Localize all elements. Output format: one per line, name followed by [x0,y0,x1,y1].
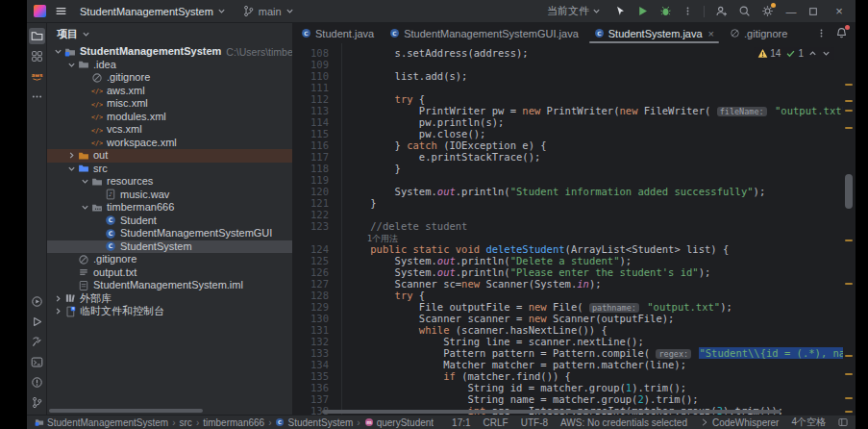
tree-item--idea[interactable]: .idea [47,59,292,72]
code-token: new [619,105,637,116]
status-17-1[interactable]: 17:1 [452,417,470,428]
code-with-me-icon[interactable] [715,5,728,17]
activity-run-icon[interactable] [29,314,45,330]
breadcrumb-querystudent[interactable]: mqueryStudent [364,417,434,428]
chevron-down-icon[interactable] [80,177,90,186]
tree-item-out[interactable]: out [47,149,292,163]
tree-item-src[interactable]: src [47,163,292,176]
breadcrumb-label: StudentSystem [287,417,353,428]
chevron-down-icon[interactable] [53,47,63,56]
tree-item--[interactable]: 9临时文件和控制台 [47,305,292,318]
scrollbar-thumb[interactable] [845,174,853,209]
tree-item--[interactable]: 外部库 [47,292,292,306]
chevron-down-icon[interactable] [66,164,77,173]
run-configuration-select[interactable]: 当前文件 [543,2,605,20]
tree-item-label: workspace.xml [107,137,177,149]
editor-vertical-scrollbar[interactable] [843,43,856,415]
chevron-right-icon[interactable] [53,294,63,303]
line-number: 123 [293,220,341,232]
project-icon [35,417,44,427]
layout-settings-icon[interactable] [838,417,848,427]
settings-button[interactable] [761,5,774,17]
activity-problems-icon[interactable] [29,374,45,391]
activity-aws-icon[interactable]: aws [29,68,45,85]
minimize-button[interactable]: — [784,6,798,17]
tree-item-misc-xml[interactable]: </>misc.xml [47,97,292,111]
tab-studentmanagementsystemgui-java[interactable]: CStudentManagementSystemGUI.java [382,23,586,43]
search-everywhere-icon[interactable] [738,5,751,17]
tree-item-music-wav[interactable]: ♪music.wav [47,189,292,202]
inspections-widget[interactable]: 14 1 [754,47,834,60]
status-utf-8[interactable]: UTF-8 [521,417,548,428]
tab--gitignore[interactable]: .gitignore [722,23,795,43]
breadcrumb-studentsystem[interactable]: CStudentSystem [275,417,353,428]
activity-more-tools-icon[interactable] [29,88,45,105]
notifications-button[interactable] [835,27,848,39]
tree-item-workspace-xml[interactable]: </>workspace.xml [47,137,292,150]
breadcrumb-label: queryStudent [377,417,434,428]
tree-item-label: timberman666 [107,201,174,214]
line-number: 133 [293,347,341,359]
close-button[interactable]: × [832,4,846,18]
activity-structure-icon[interactable] [29,48,45,64]
tree-item-resources[interactable]: resources [47,175,292,189]
branch-switcher[interactable]: main [238,3,298,19]
more-actions-icon[interactable] [682,5,693,17]
activity-terminal-icon[interactable] [29,354,45,370]
code-token: PrintWriter( [540,105,619,116]
project-switcher[interactable]: StudentManagementSystem [76,4,230,19]
breadcrumb-timberman666[interactable]: timberman666 [203,417,264,428]
editor-horizontal-scrollbar[interactable] [322,410,781,414]
status-aws-no-credentials-selected[interactable]: AWS: No credentials selected [560,417,687,428]
tree-item--gitignore[interactable]: .gitignore [47,253,292,266]
breadcrumb-studentmanagementsystem[interactable]: StudentManagementSystem [35,417,168,428]
tree-item-label: src [93,163,108,175]
tree-item-aws-xml[interactable]: </>aws.xml [47,85,292,98]
code-token: Scanner(System. [480,278,577,290]
project-panel-header[interactable]: 项目 [47,23,292,45]
chevron-right-icon[interactable] [53,307,63,315]
tree-item-studentmanagementsystem[interactable]: StudentManagementSystemC:\Users\timberma… [47,45,292,59]
chevron-down-icon[interactable] [80,203,90,212]
tree-item-output-txt[interactable]: output.txt [47,266,292,280]
breadcrumb-src[interactable]: src [180,417,192,428]
tab-studentsystem-java[interactable]: CStudentSystem.java× [586,23,722,43]
activity-build-icon[interactable] [29,334,45,350]
tree-item-studentmanagementsystemgui[interactable]: CStudentManagementSystemGUI [47,227,292,240]
code-token: Matcher matcher = pattern.matcher(line); [346,359,686,370]
tree-item-studentsystem[interactable]: CStudentSystem [47,240,292,254]
tree-item-studentmanagementsystem-iml[interactable]: StudentManagementSystem.iml [47,279,292,292]
tree-item-modules-xml[interactable]: </>modules.xml [47,111,292,124]
main-menu-icon[interactable] [55,5,67,17]
line-number: 111 [293,82,341,93]
line-number: 113 [293,105,341,116]
tree-item-vcs-xml[interactable]: </>vcs.xml [47,123,292,137]
chevron-right-icon[interactable] [66,151,77,160]
tab-close-icon[interactable]: × [708,28,714,39]
run-button[interactable] [636,5,649,17]
tree-item--gitignore[interactable]: .gitignore [47,71,292,85]
change-marker [845,127,853,129]
status-crlf[interactable]: CRLF [484,417,508,428]
activity-services-icon[interactable] [29,293,45,310]
tree-item-student[interactable]: CStudent [47,214,292,228]
previous-problem-icon[interactable] [808,49,817,58]
activity-version-control-icon[interactable] [29,394,45,411]
status-codewhisperer[interactable]: CodeWhisperer [700,417,779,428]
method-icon: m [364,417,374,427]
code-line-117: e.printStackTrace(); [346,151,856,163]
tab-options-icon[interactable] [816,27,827,39]
tree-item-timberman666[interactable]: timberman666 [47,201,292,214]
next-problem-icon[interactable] [822,49,831,58]
chevron-down-icon[interactable] [66,61,77,69]
svg-text:</>: </> [91,100,103,108]
activity-project-icon[interactable] [29,28,45,44]
cw-icon [700,417,709,427]
status-4-[interactable]: 4个空格 [791,416,826,429]
tab-student-java[interactable]: CStudent.java [293,23,382,43]
code-surface[interactable]: 1081091101111121131141151161171181191201… [293,43,856,415]
maximize-button[interactable] [808,7,822,16]
code-token: new [529,301,547,313]
debug-button[interactable] [659,5,672,17]
project-horizontal-scrollbar[interactable] [49,409,203,413]
